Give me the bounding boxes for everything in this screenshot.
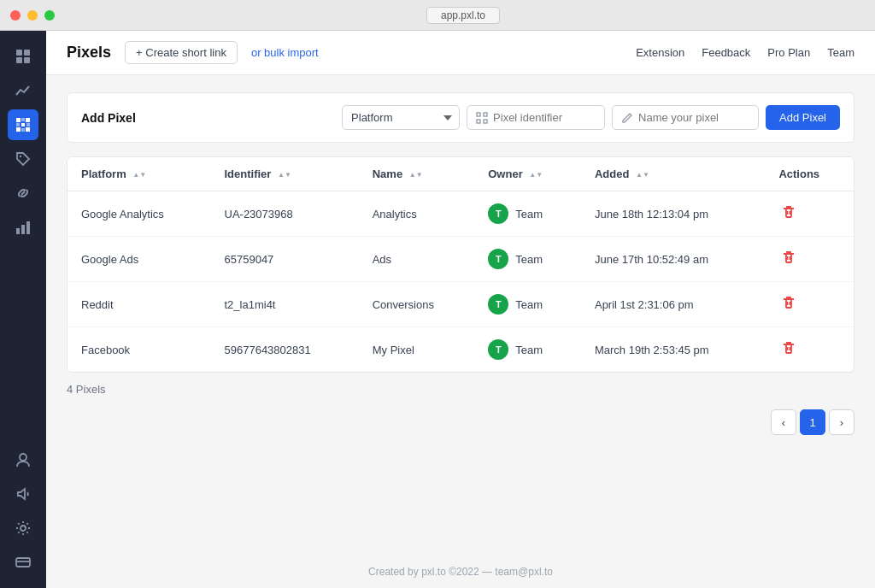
avatar: T	[488, 249, 508, 269]
add-pixel-controls: Platform Google Analytics Google Ads Fac…	[342, 105, 840, 130]
svg-rect-15	[21, 225, 25, 234]
url-bar: app.pxl.to	[62, 7, 865, 24]
pixels-table: Platform ▲▼ Identifier ▲▼ Name ▲▼	[68, 157, 854, 372]
sidebar	[0, 31, 46, 588]
delete-button[interactable]	[778, 247, 799, 271]
col-platform[interactable]: Platform ▲▼	[68, 157, 211, 191]
avatar: T	[488, 203, 508, 224]
cell-identifier: 65759047	[211, 237, 359, 282]
sidebar-item-user[interactable]	[8, 444, 38, 475]
sidebar-item-tag[interactable]	[8, 144, 38, 174]
sidebar-item-chart[interactable]	[8, 75, 38, 106]
col-actions: Actions	[765, 157, 854, 191]
add-pixel-bar: Add Pixel Platform Google Analytics Goog…	[67, 92, 854, 143]
svg-rect-7	[16, 123, 20, 126]
pixel-name-field[interactable]	[612, 105, 759, 130]
sidebar-item-grid[interactable]	[8, 41, 38, 72]
minimize-dot[interactable]	[27, 10, 38, 21]
page-header: Pixels + Create short link or bulk impor…	[46, 31, 875, 75]
nav-pro-plan[interactable]: Pro Plan	[767, 46, 810, 59]
cell-owner: T Team	[474, 191, 581, 237]
cell-platform: Reddit	[68, 282, 211, 327]
cell-added: June 18th 12:13:04 pm	[581, 191, 765, 237]
pagination-next[interactable]: ›	[829, 409, 854, 435]
sidebar-item-link[interactable]	[8, 178, 38, 209]
sidebar-item-analytics[interactable]	[8, 212, 38, 243]
svg-rect-0	[16, 50, 22, 56]
avatar: T	[488, 294, 508, 315]
cell-owner: T Team	[474, 282, 581, 327]
cell-identifier: t2_la1mi4t	[211, 282, 359, 327]
cell-identifier: UA-23073968	[211, 191, 359, 237]
titlebar: app.pxl.to	[0, 0, 875, 31]
page-title: Pixels	[67, 44, 111, 62]
cell-actions	[765, 191, 854, 237]
sort-owner-icon[interactable]: ▲▼	[529, 172, 543, 179]
pixel-identifier-field[interactable]	[467, 105, 605, 130]
svg-rect-3	[24, 57, 30, 63]
nav-team[interactable]: Team	[827, 46, 854, 59]
svg-rect-24	[484, 120, 487, 123]
sort-platform-icon[interactable]: ▲▼	[132, 172, 146, 179]
sidebar-item-pixel[interactable]	[8, 109, 38, 140]
pagination-prev[interactable]: ‹	[771, 409, 796, 435]
svg-rect-11	[21, 128, 25, 132]
bulk-import-link[interactable]: or bulk import	[251, 46, 319, 59]
pagination: ‹ 1 ›	[67, 399, 854, 438]
cell-actions	[765, 327, 854, 373]
pixels-table-container: Platform ▲▼ Identifier ▲▼ Name ▲▼	[67, 156, 854, 373]
footer: Created by pxl.to ©2022 — team@pxl.to	[46, 556, 875, 588]
platform-dropdown[interactable]: Platform Google Analytics Google Ads Fac…	[342, 105, 460, 130]
owner-name: Team	[515, 344, 543, 356]
pixel-count: 4 Pixels	[67, 373, 854, 399]
cell-identifier: 59677643802831	[211, 327, 359, 373]
nav-extension[interactable]: Extension	[636, 46, 684, 59]
svg-point-18	[21, 526, 26, 531]
col-identifier[interactable]: Identifier ▲▼	[211, 157, 359, 191]
app: Pixels + Create short link or bulk impor…	[0, 31, 875, 588]
svg-rect-10	[16, 127, 21, 132]
svg-rect-5	[21, 118, 25, 121]
cell-name: Conversions	[359, 282, 475, 327]
cell-owner: T Team	[474, 327, 581, 373]
col-added[interactable]: Added ▲▼	[581, 157, 765, 191]
svg-rect-14	[16, 228, 20, 234]
svg-rect-4	[16, 118, 21, 122]
table-row: Google Ads 65759047 Ads T Team June 17th…	[68, 237, 854, 282]
col-owner[interactable]: Owner ▲▼	[474, 157, 581, 191]
pixel-name-input[interactable]	[638, 111, 749, 124]
col-name[interactable]: Name ▲▼	[359, 157, 475, 191]
cell-platform: Google Ads	[68, 237, 211, 282]
table-row: Google Analytics UA-23073968 Analytics T…	[68, 191, 854, 237]
svg-point-13	[20, 156, 21, 157]
cell-name: Analytics	[359, 191, 475, 237]
pagination-current[interactable]: 1	[800, 409, 825, 435]
pixel-identifier-input[interactable]	[493, 111, 596, 124]
add-pixel-button[interactable]: Add Pixel	[766, 105, 840, 130]
fullscreen-dot[interactable]	[44, 10, 55, 21]
sort-name-icon[interactable]: ▲▼	[409, 172, 423, 179]
table-row: Facebook 59677643802831 My Pixel T Team …	[68, 327, 854, 373]
main-content: Pixels + Create short link or bulk impor…	[46, 31, 875, 588]
create-short-link-button[interactable]: + Create short link	[125, 41, 238, 64]
close-dot[interactable]	[10, 10, 21, 21]
sort-added-icon[interactable]: ▲▼	[636, 172, 649, 179]
delete-button[interactable]	[778, 338, 799, 362]
sort-identifier-icon[interactable]: ▲▼	[278, 172, 291, 179]
cell-name: Ads	[359, 237, 475, 282]
delete-button[interactable]	[778, 202, 799, 226]
owner-name: Team	[515, 298, 543, 311]
svg-rect-16	[26, 221, 30, 234]
cell-name: My Pixel	[359, 327, 475, 373]
pencil-icon	[621, 112, 633, 124]
nav-feedback[interactable]: Feedback	[702, 46, 750, 59]
sidebar-item-card[interactable]	[8, 547, 38, 578]
delete-button[interactable]	[778, 292, 799, 316]
svg-point-17	[20, 454, 26, 461]
svg-rect-12	[26, 127, 30, 132]
sidebar-item-settings[interactable]	[8, 513, 38, 544]
svg-rect-19	[16, 558, 30, 567]
table-body: Google Analytics UA-23073968 Analytics T…	[68, 191, 854, 373]
sidebar-item-megaphone[interactable]	[8, 479, 38, 509]
cell-platform: Google Analytics	[68, 191, 211, 237]
